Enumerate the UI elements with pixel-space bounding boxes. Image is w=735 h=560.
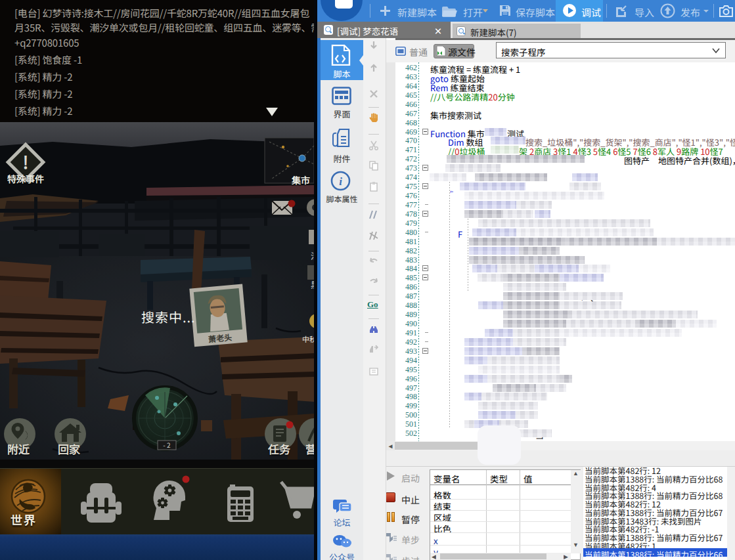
svg-text:i: i xyxy=(339,175,342,188)
svg-text:!: ! xyxy=(23,149,28,173)
svg-text:- 2: - 2 xyxy=(163,440,171,450)
svg-text:萧老头: 萧老头 xyxy=(208,331,232,344)
